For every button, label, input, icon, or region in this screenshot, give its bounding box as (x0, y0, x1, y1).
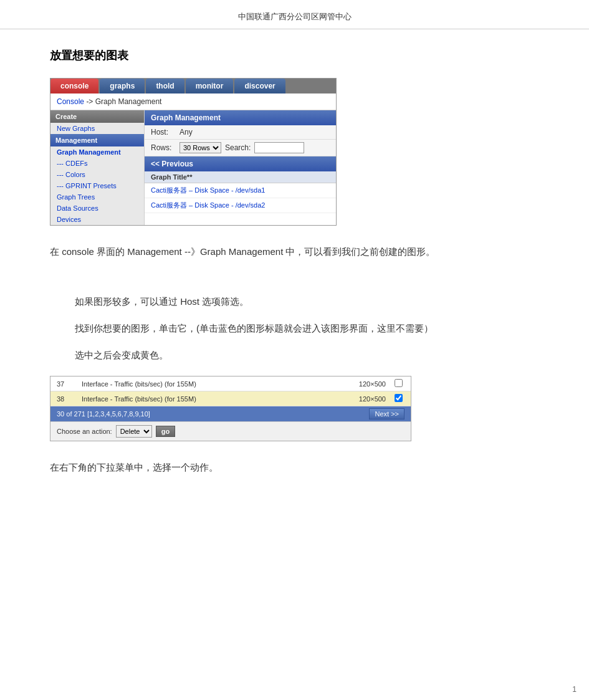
tab-graphs[interactable]: graphs (100, 79, 145, 93)
tab-monitor[interactable]: monitor (186, 79, 234, 93)
sidebar-create-header: Create (50, 110, 144, 123)
sidebar-item-graph-trees[interactable]: Graph Trees (50, 191, 144, 203)
row-check-38[interactable] (392, 394, 405, 403)
sidebar-item-devices[interactable]: Devices (50, 214, 144, 225)
body-text-1: 在 console 界面的 Management --》Graph Manage… (50, 243, 539, 260)
cacti-body: Create New Graphs Management Graph Manag… (50, 110, 336, 225)
row-size-37: 120×500 (342, 380, 386, 388)
graph-link-2[interactable]: Cacti服务器 – Disk Space - /dev/sda2 (151, 201, 265, 209)
indent-text-p4: 选中之后会变成黄色。 (75, 347, 539, 363)
breadcrumb-link[interactable]: Console (57, 97, 84, 106)
rows-row: Rows: 30 Rows Search: (145, 140, 336, 156)
table2-footer: 30 of 271 [1,2,3,4,5,6,7,8,9,10] Next >> (50, 406, 411, 421)
table-header: Graph Title** (145, 171, 336, 183)
host-value: Any (180, 128, 193, 137)
tab-thold[interactable]: thold (146, 79, 184, 93)
action-select[interactable]: Delete (116, 425, 152, 438)
go-button[interactable]: go (156, 426, 175, 437)
tab-discover[interactable]: discover (234, 79, 285, 93)
sidebar-management-header: Management (50, 134, 144, 146)
checkbox-37[interactable] (395, 379, 403, 387)
row-check-37[interactable] (392, 379, 405, 388)
sidebar-item-data-sources[interactable]: Data Sources (50, 203, 144, 214)
header-title: 中国联通广西分公司区网管中心 (238, 12, 352, 21)
host-label: Host: (151, 128, 176, 137)
page-number: 1 (572, 685, 577, 694)
body-text-2 (50, 266, 539, 283)
breadcrumb-text: -> Graph Management (86, 97, 161, 106)
main-panel-header: Graph Management (145, 110, 336, 125)
page-footer: 1 (572, 685, 577, 694)
row-title-38: Interface - Traffic (bits/sec) (for 155M… (82, 395, 336, 403)
main-content: 放置想要的图表 console graphs thold monitor dis… (0, 29, 589, 501)
row-title-37: Interface - Traffic (bits/sec) (for 155M… (82, 380, 336, 388)
host-row: Host: Any (145, 125, 336, 140)
sidebar-item-cdefs[interactable]: --- CDEFs (50, 158, 144, 169)
breadcrumb: Console -> Graph Management (50, 93, 336, 110)
checkbox-38[interactable] (395, 394, 403, 402)
tab-console[interactable]: console (50, 79, 98, 93)
table2-row-37: 37 Interface - Traffic (bits/sec) (for 1… (50, 376, 411, 391)
sidebar-item-new-graphs[interactable]: New Graphs (50, 123, 144, 134)
row-num-37: 37 (57, 380, 75, 388)
table2-row-38: 38 Interface - Traffic (bits/sec) (for 1… (50, 391, 411, 406)
cacti-sidebar: Create New Graphs Management Graph Manag… (50, 110, 144, 225)
cacti-main-panel: Graph Management Host: Any Rows: 30 Rows… (144, 110, 336, 225)
search-label: Search: (225, 143, 251, 152)
table-row[interactable]: Cacti服务器 – Disk Space - /dev/sda2 (145, 198, 336, 213)
section-title: 放置想要的图表 (50, 48, 539, 63)
sidebar-item-colors[interactable]: --- Colors (50, 169, 144, 180)
page-info: 30 of 271 [1,2,3,4,5,6,7,8,9,10] (57, 410, 150, 418)
row-num-38: 38 (57, 395, 75, 403)
row-size-38: 120×500 (342, 395, 386, 403)
cacti-tabs: console graphs thold monitor discover (50, 79, 336, 93)
rows-label: Rows: (151, 143, 176, 152)
next-button[interactable]: Next >> (369, 408, 405, 420)
table-row[interactable]: Cacti服务器 – Disk Space - /dev/sda1 (145, 183, 336, 198)
sidebar-item-gprint-presets[interactable]: --- GPRINT Presets (50, 180, 144, 191)
indent-text-p3: 找到你想要的图形，单击它，(单击蓝色的图形标题就会进入该图形界面，这里不需要） (75, 320, 539, 337)
page-header: 中国联通广西分公司区网管中心 (0, 0, 589, 29)
graph-link-1[interactable]: Cacti服务器 – Disk Space - /dev/sda1 (151, 186, 265, 194)
body-text-p5: 在右下角的下拉菜单中，选择一个动作。 (50, 459, 539, 476)
cacti-screenshot-2: 37 Interface - Traffic (bits/sec) (for 1… (50, 376, 411, 441)
rows-select[interactable]: 30 Rows (180, 142, 221, 153)
sidebar-item-graph-management[interactable]: Graph Management (50, 146, 144, 158)
action-row: Choose an action: Delete go (50, 421, 411, 441)
cacti-screenshot-1: console graphs thold monitor discover Co… (50, 78, 337, 226)
indent-text-p2: 如果图形较多，可以通过 Host 选项筛选。 (75, 293, 539, 310)
search-input[interactable] (254, 142, 304, 153)
action-label: Choose an action: (57, 428, 112, 435)
prev-header: << Previous (145, 156, 336, 171)
